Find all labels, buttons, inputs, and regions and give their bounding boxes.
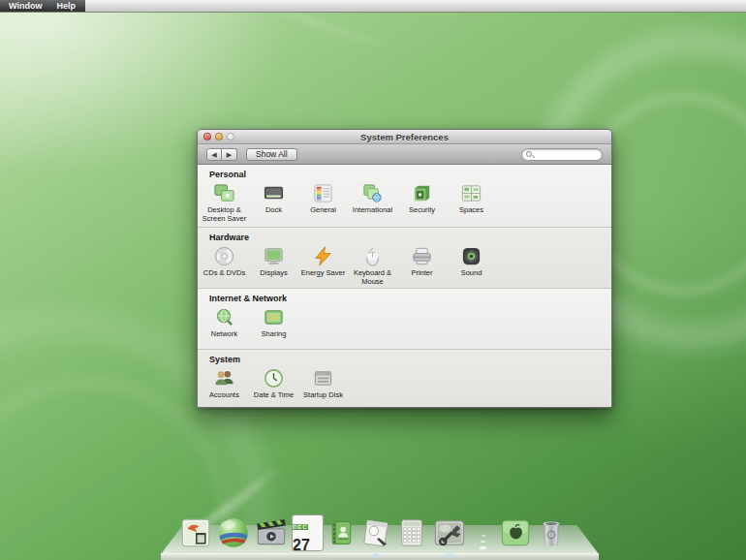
section-personal: Personal Desktop & Screen Saver Dock Gen…: [198, 165, 611, 228]
pref-item-label: Energy Saver: [301, 268, 345, 277]
section-label: Internet & Network: [198, 292, 611, 306]
pref-item-label: General: [310, 205, 336, 214]
trash-icon: [536, 514, 567, 551]
preferences-content: Personal Desktop & Screen Saver Dock Gen…: [198, 165, 611, 407]
pref-item-general[interactable]: General: [298, 182, 348, 223]
calendar-month: DEC: [293, 524, 308, 530]
pref-item-sound[interactable]: Sound: [447, 245, 496, 286]
spaces-icon: [460, 182, 482, 204]
forward-icon[interactable]: ▶: [222, 148, 237, 161]
pref-item-displays[interactable]: Displays: [249, 245, 298, 286]
pref-item-label: Accounts: [209, 390, 239, 399]
nav-buttons: ◀ ▶: [206, 148, 237, 161]
search-icon: [526, 151, 532, 157]
dock-item-address-book[interactable]: [326, 514, 356, 551]
pref-item-network[interactable]: Network: [200, 306, 249, 338]
printer-icon: [411, 245, 433, 267]
pref-item-label: Sharing: [262, 329, 287, 338]
dock-item-trash[interactable]: [536, 514, 567, 551]
dock-item-calculator[interactable]: [396, 514, 427, 551]
dock-item-software[interactable]: [498, 514, 533, 551]
pref-item-cds-dvds[interactable]: CDs & DVDs: [200, 245, 249, 286]
pref-item-international[interactable]: International: [348, 182, 397, 223]
pref-item-security[interactable]: Security: [397, 182, 447, 223]
back-icon[interactable]: ◀: [206, 148, 222, 161]
pref-item-label: Security: [409, 205, 435, 214]
pref-item-startup-disk[interactable]: Startup Disk: [298, 367, 348, 399]
section-internet-network: Internet & Network Network Sharing: [198, 289, 611, 350]
desktop-screensaver-icon: [213, 182, 235, 204]
pref-item-label: Keyboard & Mouse: [349, 268, 397, 286]
menu-window[interactable]: Window: [9, 0, 42, 13]
energy-saver-icon: [312, 245, 334, 267]
search-input[interactable]: [535, 149, 601, 160]
displays-icon: [263, 245, 285, 267]
pref-item-label: Network: [211, 329, 238, 338]
section-system: System Accounts Date & Time Startup Disk: [198, 350, 611, 407]
pref-item-label: Printer: [411, 268, 432, 277]
dock-separator-dash: [481, 541, 485, 543]
accounts-icon: [213, 367, 235, 389]
running-indicator: [371, 553, 381, 558]
calendar-day: 27: [293, 537, 310, 551]
toolbar: ◀ ▶ Show All: [198, 144, 611, 165]
pref-item-sharing[interactable]: Sharing: [249, 306, 298, 338]
apple-box-icon: [498, 514, 533, 551]
show-all-button[interactable]: Show All: [246, 148, 297, 161]
international-icon: [361, 182, 384, 204]
menu-help[interactable]: Help: [56, 0, 76, 13]
section-label: System: [198, 353, 611, 367]
dock-separator-dash: [482, 535, 485, 537]
pref-item-keyboard-mouse[interactable]: Keyboard & Mouse: [348, 245, 397, 286]
mail-icon: [178, 514, 213, 551]
pref-item-label: Startup Disk: [303, 390, 343, 399]
dock-item-movies[interactable]: [254, 514, 289, 551]
cds-dvds-icon: [213, 245, 235, 267]
dock-separator-dash: [480, 546, 486, 549]
dock-item-calendar[interactable]: DEC 27: [292, 514, 324, 551]
calculator-icon: [396, 514, 427, 551]
browser-globe-icon: [216, 514, 251, 551]
pref-item-label: Desktop & Screen Saver: [201, 205, 249, 223]
pref-item-label: Dock: [265, 205, 282, 214]
pref-item-desktop-screen-saver[interactable]: Desktop & Screen Saver: [200, 182, 249, 223]
dock-item-disk-utility[interactable]: [430, 514, 469, 551]
pref-item-printer[interactable]: Printer: [397, 245, 447, 286]
general-icon: [312, 182, 334, 204]
pref-item-label: Displays: [260, 268, 287, 277]
dock-item-notes[interactable]: [358, 514, 393, 551]
startup-disk-icon: [312, 367, 334, 389]
pref-item-label: Spaces: [459, 205, 483, 214]
pref-item-label: International: [353, 205, 392, 214]
sharing-icon: [263, 306, 285, 328]
title-bar[interactable]: System Preferences: [198, 130, 611, 144]
dock: DEC 27: [161, 506, 599, 560]
section-label: Hardware: [198, 231, 611, 245]
menu-bar: Window Help: [0, 0, 746, 13]
sound-icon: [460, 245, 482, 267]
dock-item-web-browser[interactable]: [216, 514, 251, 551]
security-icon: [411, 182, 433, 204]
disk-utility-icon: [430, 514, 469, 551]
pref-item-label: Date & Time: [254, 390, 294, 399]
calendar-icon: DEC 27: [292, 514, 324, 551]
pref-item-label: CDs & DVDs: [203, 268, 245, 277]
section-hardware: Hardware CDs & DVDs Displays Energy Save…: [198, 228, 611, 289]
pref-item-accounts[interactable]: Accounts: [200, 367, 249, 399]
section-label: Personal: [198, 168, 611, 182]
running-indicator: [445, 553, 454, 558]
movie-clapper-icon: [254, 514, 289, 551]
window-title: System Preferences: [198, 132, 611, 142]
pref-item-date-time[interactable]: Date & Time: [249, 367, 298, 399]
network-icon: [213, 306, 235, 328]
notes-icon: [358, 514, 393, 551]
system-preferences-window: System Preferences ◀ ▶ Show All Personal…: [197, 129, 612, 408]
menu-bar-app-section: Window Help: [0, 0, 85, 12]
address-book-icon: [326, 514, 356, 551]
pref-item-energy-saver[interactable]: Energy Saver: [298, 245, 348, 286]
dock-item-mail[interactable]: [178, 514, 213, 551]
pref-item-dock[interactable]: Dock: [249, 182, 298, 223]
dock-separator: [472, 514, 495, 551]
search-field[interactable]: [521, 148, 603, 161]
pref-item-spaces[interactable]: Spaces: [447, 182, 496, 223]
